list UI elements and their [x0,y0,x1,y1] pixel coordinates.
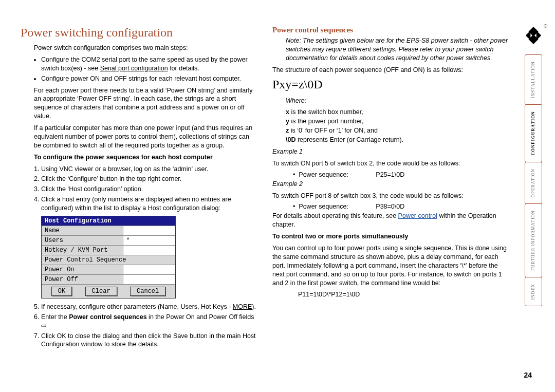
host-config-dialog: Host Configuration Name Users* Hotkey / … [41,216,176,298]
field-label: Power On [42,265,123,274]
arrow-right-icon: ⇨ [41,322,47,329]
logo-icon: ® [524,26,543,45]
step: Enter the Power control sequences in the… [41,313,257,330]
nav-further-info[interactable]: FURTHER INFORMATION [525,203,542,277]
step: If necessary, configure other parameters… [41,303,257,311]
section-title: Power control sequences [272,26,509,34]
where-line: y is the power port number, [286,117,509,126]
svg-marker-2 [526,31,531,41]
bullet: Configure the COM2 serial port to the sa… [41,55,257,73]
intro-text: The structure of each power sequence (OF… [272,66,509,74]
command-line: P11=1\0D\*P12=1\0D [272,290,509,299]
field-label: Users [42,236,123,245]
example-label: Example 1 [272,147,509,156]
step: Click the ‘Configure’ button in the top … [41,175,257,183]
step: Click the ‘Host configuration’ option. [41,185,257,194]
step: Click OK to close the dialog and then cl… [41,332,257,349]
subheading: To control two or more ports simultaneou… [272,232,509,241]
where-line: z is ‘0’ for OFF or ‘1’ for ON, and [286,126,509,135]
note: Note: The settings given below are for t… [272,36,509,63]
hotkey-field[interactable] [123,246,175,255]
ok-button[interactable]: OK [51,287,72,296]
link-more[interactable]: MORE [233,303,252,310]
para: If a particular computer has more than o… [21,124,257,150]
nav-index[interactable]: INDEX [525,277,542,306]
name-field[interactable] [123,226,175,235]
example-text: To switch ON port 5 of switch box 2, the… [272,159,509,168]
users-field[interactable]: * [123,236,175,245]
bullet: Configure power ON and OFF strings for e… [41,74,257,83]
field-label: Name [42,226,123,235]
formula: Pxy=z\0D [272,78,509,91]
step: Using VNC viewer or a browser, log on as… [41,165,257,174]
example-text: To switch OFF port 8 of switch box 3, th… [272,192,509,200]
power-on-field[interactable] [123,265,175,274]
nav-installation[interactable]: INSTALLATION [525,54,542,105]
link-power-control[interactable]: Power control [398,212,437,219]
where-line: x is the switch box number, [286,108,509,117]
field-label: Power Off [42,275,123,284]
multi-text: You can control up to four power ports u… [272,244,509,287]
registered-icon: ® [544,24,547,29]
details-text: For details about operating this feature… [272,212,509,229]
subheading: To configure the power sequences for eac… [21,153,257,162]
where-line: \0D represents Enter (or Carriage return… [286,136,509,144]
side-navigation: ® INSTALLATION CONFIGURATION OPERATION F… [517,26,550,306]
clear-button[interactable]: Clear [85,287,117,296]
dialog-title: Host Configuration [42,216,175,226]
where-label: Where: [272,97,509,105]
cancel-button[interactable]: Cancel [130,287,165,296]
field-label: Hotkey / KVM Port [42,246,123,255]
svg-marker-3 [536,31,542,41]
intro-text: Power switch configuration comprises two… [21,44,257,52]
example-label: Example 2 [272,180,509,189]
step: Click a host entry (only numbers are dis… [41,195,257,213]
field-label: Power Control Sequence [42,255,175,265]
right-column: Power control sequences Note: The settin… [272,26,509,352]
link-serial-port[interactable]: Serial port configuration [100,65,168,72]
nav-operation[interactable]: OPERATION [525,162,542,204]
para: For each power port there needs to be a … [21,86,257,121]
nav-configuration[interactable]: CONFIGURATION [525,104,542,162]
power-sequence: • Power sequence:P38=0\0D [272,203,509,210]
left-column: Power switching configuration Power swit… [21,26,257,352]
page-number: 24 [524,371,532,379]
power-sequence: • Power sequence:P25=1\0D [272,171,509,178]
page-title: Power switching configuration [21,26,257,40]
power-off-field[interactable] [123,275,175,284]
